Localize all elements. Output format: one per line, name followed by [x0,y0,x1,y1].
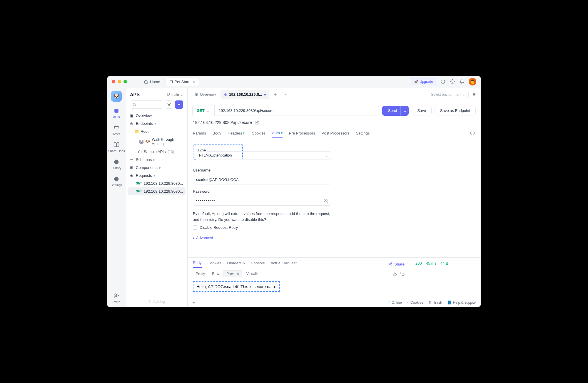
tab-active-label: 192.168.10.229:8... [229,92,262,97]
save-as-endpoint-button[interactable]: Save as Endpoint [435,106,476,115]
copy-icon[interactable] [400,272,405,276]
add-tab-button[interactable]: + [270,90,280,100]
resp-sub-preview[interactable]: Preview [223,270,242,277]
retry-help-text: By default, Apidog will extract values f… [193,211,331,222]
more-tabs-button[interactable]: ⋯ [281,90,292,99]
svg-point-1 [452,81,453,82]
tree-request-item[interactable]: GET 192.168.10.229:8080... [128,187,186,195]
branch-selector[interactable]: main ⌄ [167,93,183,97]
workspace-tab[interactable]: Pet Store ✕ [166,78,199,86]
tab-auth[interactable]: Auth [272,128,283,138]
tab-cookies[interactable]: Cookies [252,128,265,138]
tab-pre-processors[interactable]: Pre Processors [289,128,315,138]
url-input[interactable]: 192.168.10.229:8080/api/secure [215,106,379,115]
method-selector[interactable]: GET ⌄ [192,105,215,116]
panel-toggle-icon[interactable]: ≡ [472,92,477,97]
add-button[interactable]: + [175,100,183,109]
password-input[interactable]: •••••••••• [193,196,331,206]
toggle-password-visibility-icon[interactable] [324,199,328,203]
tree-root-label: Root [141,129,148,134]
search-icon [133,103,136,107]
tree-request-item[interactable]: GET 192.168.10.229:8080... [128,179,186,187]
svg-point-14 [389,264,390,265]
nav-history[interactable]: History [111,159,121,170]
nav-share-docs[interactable]: Share Docs [108,142,125,153]
response-tab-cookies[interactable]: Cookies [208,261,221,268]
close-tab-icon[interactable]: ✕ [192,80,196,84]
tab-body[interactable]: Body [213,128,221,138]
chevron-right-icon: ▸ [193,236,195,240]
filter-button[interactable] [165,100,173,109]
tab-active-request[interactable]: ⊕ 192.168.10.229:8... [220,90,269,99]
nav-invite[interactable]: Invite [113,293,120,304]
tree-sample-apis[interactable]: ▸ 🗀 Sample APIs (10) [128,148,186,156]
gear-icon[interactable] [450,79,455,84]
resp-sub-pretty[interactable]: Pretty [193,271,208,277]
nav-settings-label: Settings [111,183,122,187]
tree-request-label: 192.168.10.229:8080... [144,181,183,186]
components-icon: ⊞ [130,165,134,170]
tree-requests[interactable]: ⊕ Requests ▸ [128,172,186,179]
apis-icon [113,107,120,114]
sb-trash[interactable]: 🗑 Trash [428,300,442,305]
sb-cookies[interactable]: ○ Cookies [407,300,423,305]
sidebar-search[interactable] [130,100,163,109]
tab-headers[interactable]: Headers 8 [228,128,245,138]
auth-type-selector[interactable]: NTLM Authentication ⌄ [196,151,331,159]
user-avatar[interactable]: 👨 [469,78,476,85]
response-tab-headers[interactable]: Headers 6 [227,261,245,268]
username-label: Username [193,168,331,172]
tree-walkthrough[interactable]: M 🐶 Walk through Apidog [128,135,186,148]
chevron-down-icon: ⌄ [180,93,183,97]
tree-root[interactable]: 📁 Root [128,127,186,135]
tree-endpoints[interactable]: ⊙ Endpoints ▸ [128,120,186,127]
share-response-button[interactable]: Share [389,261,405,268]
tree-requests-label: Requests [136,173,152,178]
code-icon[interactable] [470,128,475,138]
sb-online[interactable]: ✓ Online [387,300,402,305]
advanced-toggle[interactable]: ▸ Advanced [193,236,475,240]
download-icon[interactable] [393,272,397,276]
project-avatar[interactable]: 🐶 [111,91,122,102]
tree-overview[interactable]: ▣ Overview [128,112,186,120]
environment-selector[interactable]: Select environment ⌄ [428,91,469,98]
upgrade-button[interactable]: 🚀 Upgrade [411,78,436,85]
tab-overview[interactable]: ▣ Overview [191,90,219,99]
tab-post-processors[interactable]: Post Processors [322,128,350,138]
endpoints-icon: ⊙ [130,121,134,126]
resp-sub-raw[interactable]: Raw [209,271,222,277]
send-dropdown-button[interactable]: ⌄ [400,106,409,116]
tree-components[interactable]: ⊞ Components ▸ [128,164,186,172]
tab-params[interactable]: Params [193,128,206,138]
response-tab-actual[interactable]: Actual Request [271,261,298,268]
username-input[interactable]: scarlett@APIDOG.LOCAL [193,175,331,184]
minimize-window-button[interactable] [118,80,121,83]
titlebar: Home Pet Store ✕ 🚀 Upgrade 👨 [107,76,481,88]
tree-components-label: Components [136,165,158,170]
maximize-window-button[interactable] [123,80,127,83]
person-add-icon [113,293,120,299]
svg-line-10 [135,105,136,106]
tree-schemas[interactable]: ≣ Schemas ▸ [128,156,186,164]
nav-tests[interactable]: Tests [113,125,120,136]
branch-icon [167,93,170,97]
disable-retry-checkbox[interactable] [193,225,197,230]
bell-icon[interactable] [459,79,465,84]
auth-type-value: NTLM Authentication [199,153,232,157]
response-tab-body[interactable]: Body [193,261,202,268]
nav-apis[interactable]: APIs [113,107,120,119]
resize-handle[interactable]: ⋯ [188,255,480,257]
refresh-icon[interactable] [440,79,446,84]
edit-icon[interactable] [255,120,259,125]
send-button[interactable]: Send [382,106,403,116]
collapse-sidebar-button[interactable] [192,300,196,305]
resp-sub-visualize[interactable]: Visualize [243,271,263,277]
home-breadcrumb[interactable]: Home [141,78,163,85]
save-button[interactable]: Save [412,106,432,115]
close-window-button[interactable] [112,80,115,83]
disable-retry-row: Disable Request Retry [193,225,475,230]
response-tab-console[interactable]: Console [251,261,265,268]
nav-settings[interactable]: Settings [111,176,122,187]
sb-help[interactable]: 📘 Help & support [447,300,476,305]
tab-settings[interactable]: Settings [356,128,370,138]
